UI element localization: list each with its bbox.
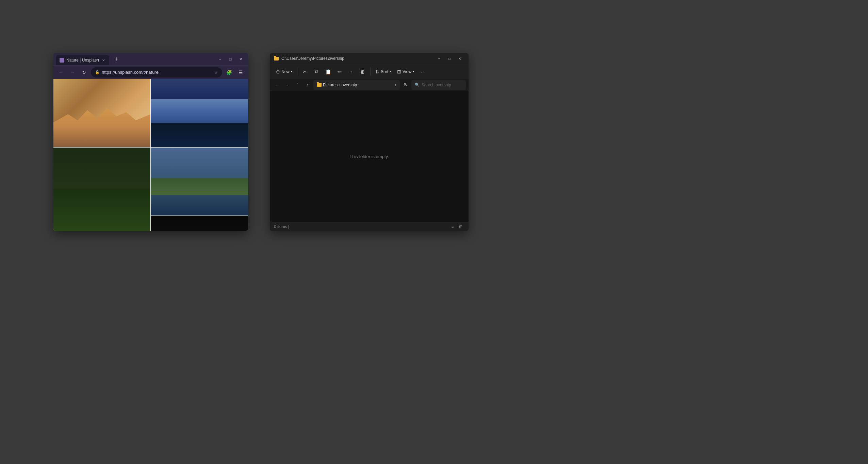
path-folder-icon: [317, 83, 322, 87]
explorer-titlebar: C:\Users\Jeremy\Pictures\oversnip − □ ✕: [270, 53, 469, 64]
cut-button[interactable]: ✂: [299, 66, 310, 77]
addr-up-button[interactable]: ↑: [303, 81, 312, 89]
tab-close-button[interactable]: ✕: [101, 58, 106, 63]
status-view-buttons: ≡ ⊞: [449, 223, 464, 230]
lock-icon: 🔒: [95, 70, 100, 74]
copy-button[interactable]: ⧉: [311, 66, 322, 77]
explorer-statusbar: 0 items | ≡ ⊞: [270, 222, 469, 231]
explorer-maximize-button[interactable]: □: [445, 54, 454, 63]
grid-view-button[interactable]: ⊞: [457, 223, 464, 230]
sort-icon: ⇅: [375, 69, 379, 74]
path-current-folder: oversnip: [342, 83, 357, 87]
photo-forest: [53, 148, 150, 231]
browser-maximize-button[interactable]: □: [226, 56, 235, 63]
toolbar-separator-2: [370, 68, 371, 76]
addr-forward-button[interactable]: →: [283, 81, 292, 89]
sort-dropdown-icon: ▾: [390, 70, 391, 73]
new-button[interactable]: ⊕ New ▾: [273, 66, 295, 77]
view-dropdown-icon: ▾: [413, 70, 414, 73]
search-icon: 🔍: [415, 83, 420, 87]
browser-window: Nature | Unsplash ✕ + − □ ✕ ← → ↻ 🔒 http…: [53, 53, 248, 231]
extensions-button[interactable]: 🧩: [224, 68, 234, 77]
browser-window-controls: − □ ✕: [215, 56, 245, 63]
status-items-count: 0 items |: [274, 224, 449, 229]
addr-up-chevron[interactable]: ⌃: [293, 81, 302, 89]
browser-toolbar: ← → ↻ 🔒 https://unsplash.com/t/nature ☆ …: [53, 65, 248, 79]
view-label: View: [403, 69, 411, 74]
delete-button[interactable]: 🗑: [357, 66, 368, 77]
search-box[interactable]: 🔍 Search oversnip: [411, 80, 466, 90]
reload-button[interactable]: ↻: [79, 68, 89, 77]
back-button[interactable]: ←: [56, 68, 66, 77]
new-dropdown-icon: ▾: [291, 70, 292, 73]
path-dropdown-icon[interactable]: ▾: [395, 83, 396, 87]
paste-button[interactable]: 📋: [323, 66, 333, 77]
browser-content: [53, 79, 248, 231]
new-label: New: [281, 69, 290, 74]
search-placeholder: Search oversnip: [422, 83, 451, 87]
explorer-window: C:\Users\Jeremy\Pictures\oversnip − □ ✕ …: [270, 53, 469, 231]
address-text: https://unsplash.com/t/nature: [102, 70, 212, 75]
more-button[interactable]: ···: [417, 66, 428, 77]
explorer-minimize-button[interactable]: −: [435, 54, 444, 63]
photo-dark: [151, 216, 248, 231]
explorer-toolbar: ⊕ New ▾ ✂ ⧉ 📋 ✏ ↑ 🗑 ⇅ Sort ▾ ⊞ View ▾ ··…: [270, 64, 469, 79]
tab-favicon: [60, 58, 64, 63]
browser-titlebar: Nature | Unsplash ✕ + − □ ✕: [53, 53, 248, 65]
browser-close-button[interactable]: ✕: [236, 56, 245, 63]
sort-button[interactable]: ⇅ Sort ▾: [373, 66, 394, 77]
photo-desert: [53, 79, 150, 147]
browser-tab[interactable]: Nature | Unsplash ✕: [56, 55, 109, 65]
rename-button[interactable]: ✏: [334, 66, 345, 77]
bookmark-icon[interactable]: ☆: [214, 70, 218, 75]
explorer-close-button[interactable]: ✕: [455, 54, 464, 63]
explorer-content: This folder is empty.: [270, 91, 469, 222]
empty-folder-message: This folder is empty.: [349, 154, 389, 159]
explorer-addressbar: ← → ⌃ ↑ Pictures › oversnip ▾ ↻ 🔍 Search…: [270, 79, 469, 91]
address-path[interactable]: Pictures › oversnip ▾: [313, 80, 400, 90]
view-icon: ⊞: [397, 69, 401, 74]
address-bar[interactable]: 🔒 https://unsplash.com/t/nature ☆: [91, 67, 222, 78]
share-button[interactable]: ↑: [346, 66, 357, 77]
view-button[interactable]: ⊞ View ▾: [394, 66, 417, 77]
photo-alpine-lake: [151, 148, 248, 216]
browser-minimize-button[interactable]: −: [215, 56, 225, 63]
addr-back-button[interactable]: ←: [273, 81, 281, 89]
tab-title: Nature | Unsplash: [66, 58, 99, 63]
titlebar-folder-icon: [274, 57, 279, 61]
explorer-title-text: C:\Users\Jeremy\Pictures\oversnip: [281, 56, 432, 61]
explorer-window-controls: − □ ✕: [435, 54, 464, 63]
path-pictures: Pictures: [323, 83, 338, 87]
path-separator: ›: [339, 83, 340, 87]
photo-mountain-lake: [151, 79, 248, 147]
new-icon: ⊕: [276, 69, 280, 74]
list-view-button[interactable]: ≡: [449, 223, 456, 230]
new-tab-button[interactable]: +: [112, 54, 121, 64]
forward-button[interactable]: →: [68, 68, 77, 77]
toolbar-separator-1: [297, 68, 297, 76]
browser-menu-button[interactable]: ☰: [236, 68, 245, 77]
addr-refresh-button[interactable]: ↻: [401, 81, 410, 89]
sort-label: Sort: [381, 69, 388, 74]
